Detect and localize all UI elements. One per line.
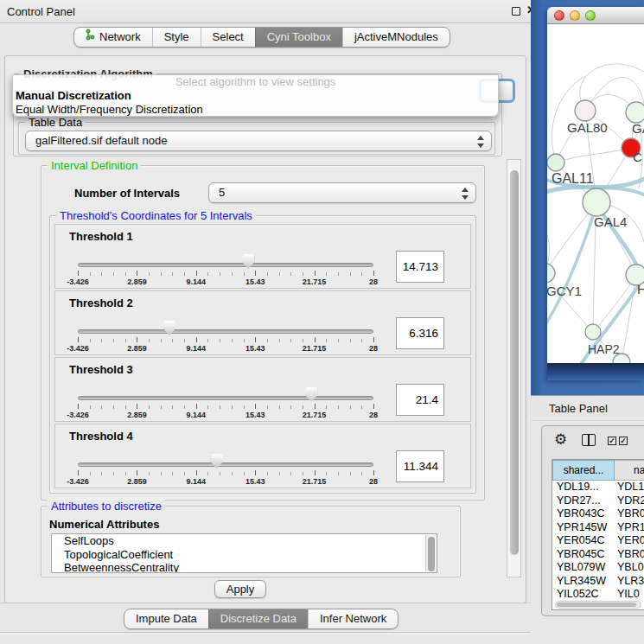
table-cell: YIL0 — [617, 588, 640, 602]
tab-impute-data[interactable]: Impute Data — [124, 609, 208, 628]
tick-mark — [207, 272, 208, 276]
network-node[interactable] — [547, 264, 555, 283]
slider-tick-labels: -3.4262.8599.14415.4321.71528 — [78, 477, 373, 487]
network-edge[interactable] — [556, 148, 631, 163]
tick-label: 15.43 — [245, 411, 265, 419]
divider — [0, 632, 531, 634]
minimize-traffic-icon[interactable] — [570, 10, 580, 21]
tick-mark — [350, 405, 351, 409]
threshold-slider[interactable]: -3.4262.8599.14415.4321.71528 — [78, 424, 373, 489]
table-row[interactable]: YBL079WYBL0 — [552, 561, 644, 575]
attribute-list-item[interactable]: TopologicalCoefficient — [52, 548, 437, 562]
dropdown-option[interactable]: Equal Width/Frequency Discretization — [13, 103, 498, 117]
tick-mark — [78, 337, 79, 342]
table-cell: YDR27... — [557, 494, 601, 508]
list-scrollbar[interactable] — [425, 535, 436, 571]
slider-ticks — [78, 470, 373, 476]
network-edge[interactable] — [622, 275, 636, 362]
network-canvas[interactable]: GAL80GACGAL11GAL4GCY1HHAP2 — [547, 24, 644, 363]
network-node[interactable] — [583, 188, 610, 216]
table-row[interactable]: YIL052CYIL0 — [552, 588, 644, 602]
network-node[interactable] — [585, 324, 601, 340]
node-label: GAL80 — [567, 120, 608, 135]
threshold-slider[interactable]: -3.4262.8599.14415.4321.71528 — [78, 225, 373, 290]
network-node[interactable] — [547, 154, 564, 171]
table-row[interactable]: YLR345WYLR3 — [552, 575, 644, 589]
table-hscrollbar[interactable] — [555, 601, 641, 609]
tick-label: -3.426 — [67, 344, 89, 353]
dropdown-option[interactable]: Manual Discretization — [13, 89, 498, 103]
split-view-icon[interactable] — [582, 434, 596, 446]
attributes-listbox[interactable]: SelfLoopsTopologicalCoefficientBetweenne… — [51, 533, 437, 573]
table-cell: YDL19... — [557, 481, 599, 494]
column-header-name[interactable]: na — [615, 460, 644, 481]
tick-mark — [244, 472, 245, 475]
tick-mark — [350, 472, 351, 475]
table-row[interactable]: YPR145WYPR1 — [552, 521, 644, 535]
network-node[interactable] — [626, 102, 644, 123]
tick-mark — [361, 339, 362, 342]
threshold-value-field[interactable]: 6.316 — [396, 317, 444, 349]
tick-mark — [279, 339, 280, 342]
zoom-traffic-icon[interactable] — [585, 10, 596, 21]
checkbox-icon[interactable]: ✓ — [619, 437, 628, 445]
tick-label: 28 — [369, 277, 378, 286]
threshold-value-field[interactable]: 21.4 — [396, 384, 444, 416]
tick-mark — [113, 405, 114, 409]
threshold-value-field[interactable]: 11.344 — [396, 450, 444, 482]
column-header-shared-name[interactable]: shared... — [552, 460, 615, 481]
table-row[interactable]: YBR045CYBR0 — [552, 548, 644, 562]
cyni-mode-tabbar: Impute DataDiscretize DataInfer Network — [124, 609, 399, 629]
gear-icon[interactable]: ⚙ — [554, 430, 567, 448]
attribute-list-item[interactable]: BetweennessCentrality — [52, 561, 437, 573]
network-edge[interactable] — [547, 206, 596, 332]
table-cell: YBL079W — [557, 561, 605, 575]
threshold-value-field[interactable]: 14.713 — [396, 251, 444, 283]
slider-track — [78, 329, 373, 334]
tick-mark — [232, 472, 233, 475]
table-data-combobox[interactable]: galFiltered.sif default node — [25, 131, 492, 151]
threshold-slider[interactable]: -3.4262.8599.14415.4321.71528 — [78, 291, 373, 356]
tick-label: 2.859 — [127, 277, 147, 286]
tick-mark — [125, 472, 126, 475]
tab-cyni-toolbox[interactable]: Cyni Toolbox — [255, 28, 342, 47]
table-row[interactable]: YER054CYER0 — [552, 534, 644, 548]
table-row[interactable]: YBR043CYBR0 — [552, 507, 644, 521]
tick-mark — [232, 272, 233, 276]
tick-label: 9.144 — [187, 277, 207, 286]
tick-label: 15.43 — [245, 344, 265, 353]
tab-select[interactable]: Select — [201, 28, 255, 47]
tick-mark — [137, 337, 137, 342]
threshold-row: Threshold 3-3.4262.8599.14415.4321.71528… — [54, 357, 471, 422]
tick-mark — [196, 470, 197, 475]
tick-mark — [326, 472, 327, 475]
panel-scrollbar-thumb[interactable] — [510, 170, 519, 555]
number-of-intervals-spinner[interactable]: 5 — [208, 182, 476, 203]
float-window-icon[interactable] — [512, 7, 520, 16]
tab-jactivemnodules[interactable]: jActiveMNodules — [342, 28, 450, 47]
attribute-list-item[interactable]: SelfLoops — [52, 534, 437, 548]
list-scrollbar-thumb[interactable] — [428, 537, 435, 571]
tab-discretize-data[interactable]: Discretize Data — [208, 609, 308, 628]
close-traffic-icon[interactable] — [554, 10, 564, 21]
checkbox-icon[interactable]: ✓ — [608, 437, 616, 445]
tick-mark — [101, 405, 102, 409]
table-row[interactable]: YDL19...YDL1 — [552, 481, 644, 494]
slider-ticks — [78, 271, 373, 277]
tab-style[interactable]: Style — [152, 28, 201, 47]
panel-scrollbar[interactable] — [507, 159, 521, 577]
threshold-slider[interactable]: -3.4262.8599.14415.4321.71528 — [78, 358, 373, 423]
apply-button[interactable]: Apply — [214, 580, 266, 598]
node-label: GCY1 — [547, 284, 582, 298]
table-row[interactable]: YDR27...YDR2 — [552, 494, 644, 508]
network-edge[interactable] — [547, 273, 593, 332]
tab-network[interactable]: Network — [74, 28, 152, 47]
node-label: H — [637, 282, 644, 296]
table-hscrollbar-thumb[interactable] — [557, 603, 636, 607]
tab-label: jActiveMNodules — [354, 28, 438, 47]
network-node[interactable] — [575, 100, 596, 121]
table-cell: YPR145W — [557, 521, 607, 535]
tab-infer-network[interactable]: Infer Network — [308, 609, 398, 628]
network-window-titlebar[interactable] — [547, 7, 644, 24]
tick-mark — [338, 405, 339, 409]
